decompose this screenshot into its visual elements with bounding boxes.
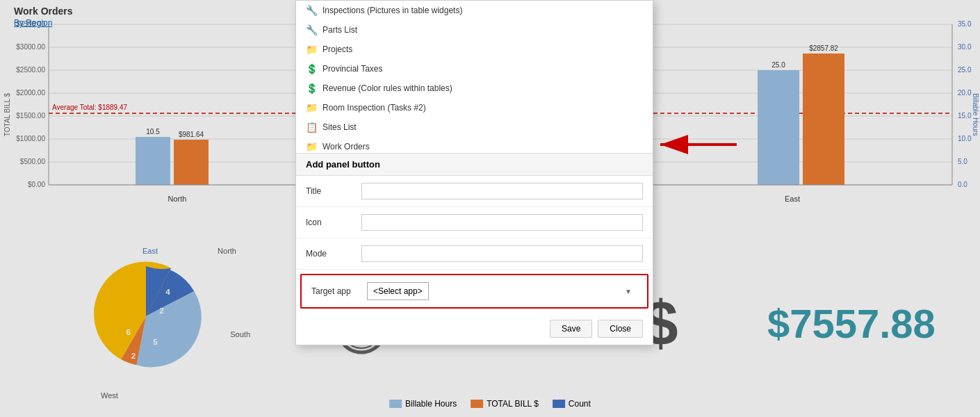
icon-row: Icon	[296, 207, 653, 238]
dropdown-item-revenue[interactable]: 💲 Revenue (Color rules within tables)	[296, 79, 653, 98]
mode-input[interactable]	[361, 245, 643, 262]
red-arrow	[653, 131, 744, 161]
provincial-taxes-icon: 💲	[306, 63, 317, 74]
dropdown-item-sites-list[interactable]: 📋 Sites List	[296, 117, 653, 137]
projects-icon: 📁	[306, 44, 317, 55]
icon-input[interactable]	[361, 214, 643, 231]
dropdown-item-projects[interactable]: 📁 Projects	[296, 40, 653, 59]
modal-header: Add panel button	[296, 154, 653, 176]
dropdown-label-revenue: Revenue (Color rules within tables)	[322, 83, 452, 93]
title-row: Title	[296, 176, 653, 207]
dropdown-label-projects: Projects	[322, 44, 352, 54]
dropdown-item-parts-list[interactable]: 🔧 Parts List	[296, 20, 653, 40]
target-app-select[interactable]: <Select app> Work Orders Parts List Proj…	[367, 282, 429, 300]
dropdown-item-inspections[interactable]: 🔧 Inspections (Pictures in table widgets…	[296, 1, 653, 20]
save-button[interactable]: Save	[550, 320, 592, 338]
close-button[interactable]: Close	[598, 320, 643, 338]
inspections-icon: 🔧	[306, 5, 317, 16]
dropdown-item-provincial-taxes[interactable]: 💲 Provincial Taxes	[296, 59, 653, 79]
sites-list-icon: 📋	[306, 122, 317, 133]
icon-label: Icon	[306, 218, 361, 227]
mode-row: Mode	[296, 238, 653, 270]
title-label: Title	[306, 186, 361, 196]
dropdown-label-sites-list: Sites List	[322, 122, 357, 132]
dropdown-list[interactable]: 🔧 Inspections (Pictures in table widgets…	[296, 1, 653, 154]
mode-label: Mode	[306, 249, 361, 259]
target-app-select-wrapper: <Select app> Work Orders Parts List Proj…	[367, 282, 637, 300]
modal-panel: 🔧 Inspections (Pictures in table widgets…	[295, 0, 653, 345]
main-container: $3500.00 $3000.00 $2500.00 $2000.00 $150…	[0, 0, 980, 417]
dropdown-label-work-orders: Work Orders	[322, 142, 370, 152]
work-orders-icon: 📁	[306, 141, 317, 152]
dropdown-item-work-orders[interactable]: 📁 Work Orders	[296, 137, 653, 154]
revenue-icon: 💲	[306, 83, 317, 94]
dropdown-label-provincial-taxes: Provincial Taxes	[322, 64, 382, 74]
target-app-label: Target app	[311, 286, 367, 296]
parts-list-icon: 🔧	[306, 24, 317, 35]
title-input[interactable]	[361, 183, 643, 199]
dropdown-item-room-inspection[interactable]: 📁 Room Inspection (Tasks #2)	[296, 98, 653, 117]
dropdown-label-parts-list: Parts List	[322, 25, 357, 35]
modal-footer: Save Close	[296, 313, 653, 345]
dropdown-label-room-inspection: Room Inspection (Tasks #2)	[322, 103, 426, 113]
dropdown-label-inspections: Inspections (Pictures in table widgets)	[322, 6, 462, 15]
target-app-row: Target app <Select app> Work Orders Part…	[300, 274, 648, 309]
room-inspection-icon: 📁	[306, 102, 317, 113]
